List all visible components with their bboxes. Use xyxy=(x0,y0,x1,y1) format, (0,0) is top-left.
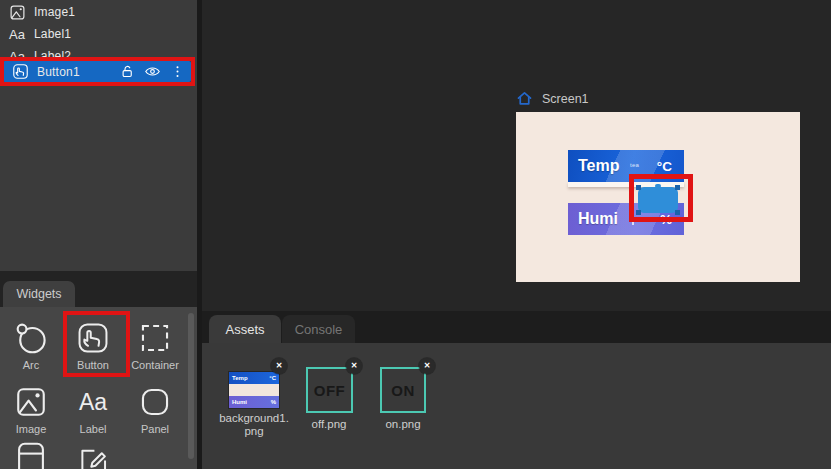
bottom-tabbar: Assets Console xyxy=(202,311,831,343)
humi-label: Humi xyxy=(578,210,618,228)
widget-panel[interactable]: Panel xyxy=(126,384,184,435)
asset-background1-close-icon[interactable]: ✕ xyxy=(271,358,287,374)
selected-button-widget[interactable] xyxy=(638,187,678,213)
tab-assets-label: Assets xyxy=(225,322,264,337)
thumb-middle-band xyxy=(229,384,279,396)
temp-label: Temp xyxy=(578,157,619,175)
button-icon xyxy=(75,320,111,356)
asset-on-close-icon[interactable]: ✕ xyxy=(419,358,435,374)
app-window: Image1 Aa Label1 Aa Label2 Button1 xyxy=(0,0,831,469)
hierarchy-panel: Image1 Aa Label1 Aa Label2 Button1 xyxy=(0,0,197,271)
asset-on-preview-text: ON xyxy=(391,382,415,399)
widget-textarea[interactable] xyxy=(64,444,122,469)
roller-icon xyxy=(13,444,49,469)
widget-label: Container xyxy=(126,359,184,371)
hierarchy-item-name: Label1 xyxy=(34,27,71,41)
asset-background1-name: background1. png xyxy=(209,412,299,437)
selection-handle[interactable] xyxy=(675,210,680,215)
assets-panel: Temp °C Humi % background1. png ✕ OFF of… xyxy=(202,343,831,469)
thumb-temp-bar: Temp °C xyxy=(229,372,279,384)
widget-label: Panel xyxy=(126,423,184,435)
selection-handle[interactable] xyxy=(675,185,680,190)
asset-on-thumbnail[interactable]: ON xyxy=(380,367,426,413)
widgets-panel: Arc Button Container xyxy=(0,307,197,469)
asset-off-close-icon[interactable]: ✕ xyxy=(346,358,362,374)
hierarchy-item-image1[interactable]: Image1 xyxy=(0,1,197,23)
label-icon: Aa xyxy=(8,25,26,43)
tab-widgets-label: Widgets xyxy=(16,287,61,301)
label-icon: Aa xyxy=(75,384,111,420)
hierarchy-item-button1[interactable]: Button1 xyxy=(3,61,191,82)
hierarchy-item-name: Image1 xyxy=(34,5,75,19)
humi-unit: % xyxy=(660,212,672,227)
image-icon xyxy=(8,3,26,21)
panel-icon xyxy=(137,384,173,420)
image-icon xyxy=(13,384,49,420)
arc-icon xyxy=(13,320,49,356)
unlock-icon[interactable] xyxy=(119,63,136,80)
screen1-canvas[interactable]: Temp tea °C Humi % xyxy=(516,112,800,282)
widget-text-label[interactable]: Aa Label xyxy=(64,384,122,435)
widget-roller[interactable] xyxy=(2,444,60,469)
widget-arc[interactable]: Arc xyxy=(2,320,60,371)
tab-widgets[interactable]: Widgets xyxy=(3,281,75,307)
home-icon[interactable] xyxy=(516,90,533,107)
tab-assets[interactable]: Assets xyxy=(209,315,281,343)
temp-unit: °C xyxy=(657,159,672,174)
widget-button[interactable]: Button xyxy=(64,320,122,371)
widget-container[interactable]: Container xyxy=(126,320,184,371)
widget-label: Arc xyxy=(2,359,60,371)
asset-off-name: off.png xyxy=(294,418,364,431)
temp-value-placeholder: tea xyxy=(630,162,639,168)
screen-header: Screen1 xyxy=(516,90,589,107)
temp-widget[interactable]: Temp tea °C xyxy=(568,150,684,182)
widget-label: Button xyxy=(64,359,122,371)
thumb-humi-bar: Humi % xyxy=(229,396,279,408)
hierarchy-item-label1[interactable]: Aa Label1 xyxy=(0,23,197,45)
textarea-icon xyxy=(75,444,111,469)
kebab-menu-icon[interactable] xyxy=(169,63,186,80)
container-icon xyxy=(137,320,173,356)
button-icon xyxy=(11,63,29,81)
selection-handle[interactable] xyxy=(636,210,641,215)
asset-off-thumbnail[interactable]: OFF xyxy=(306,367,353,413)
widgets-scrollbar[interactable] xyxy=(188,313,194,459)
selection-handle[interactable] xyxy=(636,185,641,190)
selection-handle[interactable] xyxy=(655,184,661,188)
asset-background1-thumbnail[interactable]: Temp °C Humi % xyxy=(229,372,279,408)
tab-console[interactable]: Console xyxy=(282,315,355,343)
screen-title[interactable]: Screen1 xyxy=(542,92,589,106)
humi-value-placeholder xyxy=(632,221,634,225)
tab-console-label: Console xyxy=(295,322,343,337)
visibility-eye-icon[interactable] xyxy=(144,63,161,80)
widget-image[interactable]: Image xyxy=(2,384,60,435)
hierarchy-item-name: Button1 xyxy=(37,65,80,79)
widget-label: Image xyxy=(2,423,60,435)
asset-off-preview-text: OFF xyxy=(314,382,346,399)
widget-label: Label xyxy=(64,423,122,435)
asset-on-name: on.png xyxy=(368,418,438,431)
